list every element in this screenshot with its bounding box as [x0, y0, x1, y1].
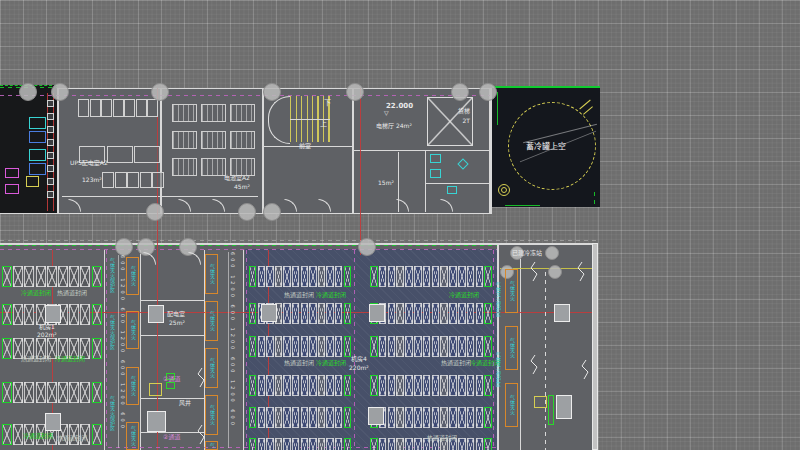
symbol-box	[548, 395, 554, 425]
structural-column	[45, 305, 61, 323]
server-rack	[275, 407, 282, 428]
server-rack	[301, 303, 308, 324]
wall	[57, 88, 59, 214]
server-rack	[388, 303, 396, 324]
server-rack	[476, 266, 484, 287]
protection-zone-tag: 气体灭火	[205, 441, 218, 450]
server-rack	[467, 375, 475, 396]
structural-column	[147, 411, 166, 432]
protection-zone-tag: 气体灭火	[126, 311, 139, 349]
equipment-cell	[47, 113, 54, 120]
plan-label: ②通道	[163, 434, 180, 440]
plan-label: 202m²	[37, 332, 57, 338]
server-rack	[249, 303, 256, 324]
plan-label: 冷通道封闭	[316, 292, 346, 298]
plan-label: 冷通道封闭	[23, 433, 53, 439]
grid-bubble	[479, 83, 497, 101]
server-rack	[92, 304, 102, 325]
symbol-box	[534, 396, 547, 408]
server-rack	[283, 375, 290, 396]
server-rack	[326, 407, 333, 428]
server-rack	[2, 266, 12, 287]
server-rack	[318, 336, 325, 357]
server-rack	[432, 407, 440, 428]
server-rack	[476, 303, 484, 324]
plan-label: 前室	[299, 143, 311, 149]
server-rack	[326, 303, 333, 324]
server-rack	[258, 438, 265, 450]
elevator-name: 货梯	[458, 106, 470, 116]
cad-viewport[interactable]: 蓄冷罐上空 货梯 2T 气体灭火气体灭火气体灭火气体灭火气体灭火气体灭火气体灭火…	[0, 0, 800, 450]
equipment-cell	[113, 99, 124, 117]
plan-label: 气体灭火保护区	[495, 352, 500, 387]
server-rack	[309, 375, 316, 396]
plan-label: 热通道封闭	[21, 356, 51, 362]
plan-label: ②通道	[163, 376, 180, 382]
structural-column	[369, 304, 385, 322]
server-rack	[318, 303, 325, 324]
wall	[243, 250, 244, 450]
server-rack	[326, 375, 333, 396]
break-line-symbol	[530, 355, 538, 375]
server-rack	[423, 266, 431, 287]
grid-bubble	[51, 83, 69, 101]
server-rack	[80, 266, 90, 287]
grid-bubble	[151, 83, 169, 101]
server-rack	[69, 382, 79, 403]
server-rack	[476, 375, 484, 396]
server-rack	[13, 304, 23, 325]
plan-label: 风井	[179, 400, 191, 406]
server-rack	[414, 303, 422, 324]
server-rack	[335, 303, 342, 324]
server-rack	[396, 303, 404, 324]
plan-label: 已建冷冻站	[512, 250, 542, 256]
plan-label: 15m²	[378, 180, 394, 186]
server-rack	[396, 407, 404, 428]
tank-void-area: 蓄冷罐上空	[492, 86, 600, 207]
grid-bubble	[358, 238, 376, 256]
green-line	[0, 245, 497, 246]
server-rack	[344, 303, 351, 324]
plan-label: 热通道封闭	[284, 360, 314, 366]
server-rack	[440, 336, 448, 357]
server-rack	[344, 407, 351, 428]
server-rack	[335, 407, 342, 428]
green-line	[505, 205, 540, 206]
grid-bubble	[238, 203, 256, 221]
server-rack	[423, 336, 431, 357]
magenta-line	[246, 250, 247, 450]
white-line	[545, 272, 546, 450]
server-rack	[266, 438, 273, 450]
red-line	[360, 88, 361, 255]
plan-label: 220m²	[349, 365, 369, 371]
equipment-cell	[147, 99, 158, 117]
server-rack	[258, 266, 265, 287]
green-line	[497, 92, 498, 125]
equipment-cell	[102, 172, 114, 188]
server-rack	[440, 375, 448, 396]
plan-label: 22.000	[386, 103, 413, 110]
plan-label: 45m²	[234, 184, 250, 190]
server-rack	[379, 266, 387, 287]
server-rack	[258, 407, 265, 428]
server-rack	[47, 382, 57, 403]
server-rack	[344, 438, 351, 450]
grid-bubble	[263, 203, 281, 221]
server-rack	[405, 303, 413, 324]
break-line-symbol	[197, 368, 205, 388]
server-rack	[484, 438, 492, 450]
server-rack	[484, 375, 492, 396]
server-rack	[266, 336, 273, 357]
server-rack	[36, 266, 46, 287]
server-rack	[476, 336, 484, 357]
server-rack	[292, 438, 299, 450]
plan-label: 热通道封闭	[427, 435, 457, 441]
server-rack	[283, 336, 290, 357]
break-line-symbol	[197, 425, 205, 445]
server-rack	[458, 438, 466, 450]
plan-label: 机房1	[39, 324, 55, 330]
server-rack	[24, 266, 34, 287]
server-rack	[335, 438, 342, 450]
symbol-box	[149, 383, 162, 396]
structural-column	[148, 305, 164, 323]
